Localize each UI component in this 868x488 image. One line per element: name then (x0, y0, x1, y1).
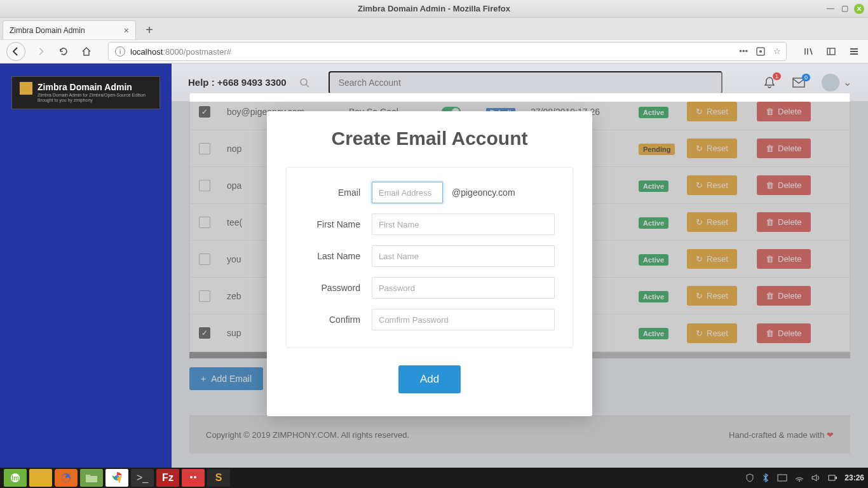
search-account-input[interactable] (329, 71, 722, 94)
browser-tabstrip: Zimbra Domain Admin × + (0, 18, 868, 39)
confirm-password-field[interactable] (372, 309, 555, 330)
tab-title: Zimbra Domain Admin (10, 26, 85, 35)
taskbar-terminal-icon[interactable]: >_ (131, 469, 154, 487)
tray-shield-icon[interactable] (745, 473, 754, 482)
app-logo[interactable]: Zimbra Domain Admin Zimbra Domain Admin … (11, 76, 160, 109)
email-field[interactable] (372, 182, 443, 203)
search-icon[interactable] (299, 78, 309, 88)
label-email: Email (304, 187, 372, 198)
svg-line-5 (306, 85, 309, 87)
url-host: localhost (130, 47, 163, 57)
svg-rect-2 (827, 48, 835, 55)
nav-home-button[interactable] (79, 44, 94, 59)
tab-close-icon[interactable]: × (124, 25, 129, 36)
mail-badge: 0 (802, 74, 810, 81)
label-first-name: First Name (304, 219, 372, 229)
window-minimize-icon[interactable]: — (826, 4, 835, 13)
browser-toolbar: i localhost:8000/postmaster# ••• ☆ (0, 39, 868, 64)
bell-badge: 1 (773, 72, 781, 80)
taskbar-files-icon[interactable] (29, 469, 52, 487)
tray-volume-icon[interactable] (811, 474, 820, 482)
library-icon[interactable] (801, 44, 816, 59)
system-tray: 23:26 (745, 473, 864, 482)
label-last-name: Last Name (304, 251, 372, 261)
site-info-icon[interactable]: i (115, 46, 125, 57)
hamburger-menu-icon[interactable] (846, 44, 862, 59)
taskbar-filemanager-icon[interactable] (80, 469, 103, 487)
user-menu[interactable]: ⌄ (822, 74, 851, 92)
last-name-field[interactable] (372, 245, 555, 267)
sidebar-icon[interactable] (824, 44, 839, 59)
password-field[interactable] (372, 277, 555, 299)
url-port: :8000 (163, 47, 184, 57)
nav-reload-button[interactable] (56, 44, 71, 59)
taskbar-sublime-icon[interactable]: S (207, 469, 230, 487)
chevron-down-icon: ⌄ (843, 76, 851, 88)
nav-back-button[interactable] (6, 42, 25, 61)
svg-text:lm: lm (11, 475, 19, 482)
tray-bluetooth-icon[interactable] (762, 473, 770, 482)
email-domain-suffix: @pigeoncy.com (452, 187, 515, 198)
start-menu-button[interactable]: lm (4, 469, 27, 487)
modal-form: Email @pigeoncy.com First Name Last Name… (286, 167, 573, 348)
nav-forward-button[interactable] (33, 44, 48, 59)
os-titlebar: Zimbra Domain Admin - Mozilla Firefox — … (0, 0, 868, 18)
notification-bell[interactable]: 1 (763, 76, 776, 89)
tray-keyboard-icon[interactable] (777, 474, 787, 482)
modal-title: Create Email Account (286, 128, 573, 149)
svg-rect-18 (836, 477, 837, 479)
sidebar: Zimbra Domain Admin Zimbra Domain Admin … (0, 64, 172, 488)
window-maximize-icon[interactable]: ▢ (840, 4, 849, 13)
window-title: Zimbra Domain Admin - Mozilla Firefox (358, 4, 510, 13)
svg-point-16 (799, 480, 800, 482)
tray-battery-icon[interactable] (828, 475, 837, 481)
tray-clock[interactable]: 23:26 (844, 473, 864, 482)
new-tab-button[interactable]: + (140, 20, 159, 39)
add-button[interactable]: Add (398, 365, 461, 393)
browser-tab[interactable]: Zimbra Domain Admin × (3, 20, 136, 39)
url-bar[interactable]: i localhost:8000/postmaster# ••• ☆ (108, 42, 787, 61)
svg-point-13 (190, 476, 193, 478)
first-name-field[interactable] (372, 214, 555, 235)
svg-rect-12 (187, 472, 199, 484)
logo-sub1: Zimbra Domain Admin for Zimbra/Open-Sour… (37, 93, 146, 98)
mail-icon[interactable]: 0 (792, 78, 805, 88)
logo-sub2: Brought to you by zmiphony (37, 98, 146, 103)
create-email-modal: Create Email Account Email @pigeoncy.com… (267, 111, 592, 416)
taskbar-chrome-icon[interactable] (105, 469, 128, 487)
reader-icon[interactable] (756, 46, 766, 57)
logo-title: Zimbra Domain Admin (37, 82, 146, 93)
help-text: Help : +668 9493 3300 (188, 77, 287, 88)
window-close-icon[interactable]: × (854, 4, 864, 14)
taskbar-firefox-icon[interactable] (55, 469, 78, 487)
label-confirm: Confirm (304, 315, 372, 325)
svg-rect-15 (778, 475, 787, 481)
tray-network-icon[interactable] (795, 474, 804, 482)
taskbar-app-icon[interactable] (182, 469, 205, 487)
bookmark-star-icon[interactable]: ☆ (773, 46, 781, 57)
label-password: Password (304, 283, 372, 293)
logo-mark (20, 82, 32, 95)
svg-point-4 (301, 79, 307, 85)
svg-rect-17 (829, 475, 835, 480)
svg-point-1 (759, 50, 762, 53)
os-taskbar: lm >_ Fz S 23:26 (0, 468, 868, 488)
avatar (822, 74, 839, 92)
svg-point-14 (194, 476, 196, 478)
url-path: /postmaster# (184, 47, 231, 57)
taskbar-filezilla-icon[interactable]: Fz (156, 469, 179, 487)
page-actions-icon[interactable]: ••• (739, 46, 748, 57)
